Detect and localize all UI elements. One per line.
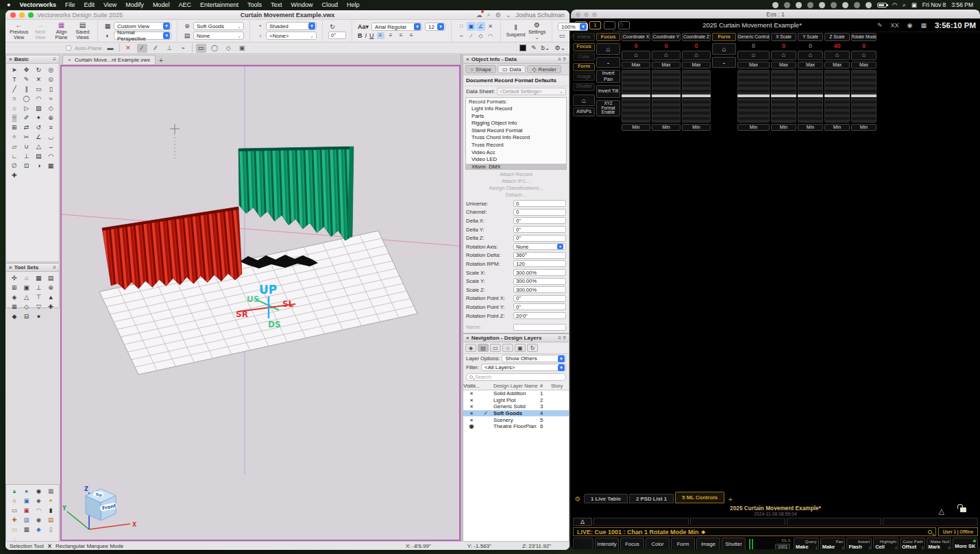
dual-mode-icon[interactable]: ∕∕ xyxy=(151,44,161,53)
visibility-icon[interactable]: × xyxy=(463,403,480,410)
visibility-icon[interactable]: × xyxy=(463,410,480,416)
tool-icon[interactable]: ≡ xyxy=(45,123,57,131)
virtual-encoder-slider[interactable] xyxy=(652,70,681,123)
max-button[interactable]: Max xyxy=(622,62,650,68)
tool-icon[interactable]: ◑ xyxy=(33,161,45,170)
interactive-mode-icon[interactable]: ∕ xyxy=(137,44,147,53)
view-cube[interactable]: Front Top X Y Z xyxy=(62,486,137,529)
tool-icon[interactable]: ∠ xyxy=(33,132,45,141)
home-all-button[interactable]: ⌂ xyxy=(573,95,595,106)
warning-triangle-icon[interactable]: △ xyxy=(939,507,944,516)
status-icon[interactable] xyxy=(819,2,825,8)
classes-icon[interactable]: ◈ xyxy=(465,344,476,352)
tool-icon[interactable]: ▭ xyxy=(8,505,21,514)
design-layer-row[interactable]: × Scenery 5 xyxy=(463,416,569,423)
menu-item-model[interactable]: Model xyxy=(153,1,170,8)
tool-icon[interactable]: ◇ xyxy=(45,103,57,112)
min-button[interactable]: Min xyxy=(652,124,681,131)
object-info-tab[interactable]: ○ Shape xyxy=(465,65,496,73)
status-icon[interactable] xyxy=(842,2,848,8)
menu-icon[interactable]: ≡ xyxy=(53,264,56,270)
form-minus-button[interactable]: - xyxy=(712,57,736,68)
tool-icon[interactable]: ▭ xyxy=(8,525,21,533)
workspace-tab[interactable]: 2 PSD List 1 xyxy=(629,494,674,503)
tool-icon[interactable]: ◌ xyxy=(8,534,21,541)
toolset-icon[interactable]: ⊠ xyxy=(8,302,21,311)
wifi-icon[interactable]: ◠ xyxy=(892,1,897,8)
tool-icon[interactable]: ↺ xyxy=(33,123,45,131)
toolset-icon[interactable]: ⊞ xyxy=(8,283,21,292)
command-line[interactable]: LIVE: Cue 1001 : Chan 1 Rotate Mode Min … xyxy=(573,527,936,536)
fader-segment[interactable] xyxy=(690,518,785,526)
record-format-item[interactable]: Xform_DMX xyxy=(466,164,566,170)
workspace-tab[interactable]: 5 ML Controls xyxy=(675,492,724,503)
max-button[interactable]: Max xyxy=(824,62,850,68)
saved-views-button[interactable]: ▤Saved Views xyxy=(73,22,92,40)
softkey-button[interactable]: Fan Make Abs 2 xyxy=(820,538,846,549)
parameter-home-button[interactable]: ⌂ xyxy=(798,51,823,60)
slider-thumb[interactable] xyxy=(851,95,877,97)
tool-icon[interactable]: ▒ xyxy=(8,113,21,122)
tool-icon[interactable]: ↻ xyxy=(33,65,45,74)
visibility-icon[interactable]: × xyxy=(463,417,480,423)
eos-titlebar[interactable]: Eos : 1 xyxy=(571,10,980,18)
tool-icon[interactable]: T xyxy=(8,75,21,84)
attributes-gear-icon[interactable]: ⚙⌄ xyxy=(554,45,565,51)
tool-icon[interactable]: ✚ xyxy=(8,515,21,524)
toolset-icon[interactable]: ◆ xyxy=(8,312,21,320)
render-bg-select[interactable]: <None>⌄ xyxy=(266,32,317,40)
tool-icon[interactable]: ✚ xyxy=(8,171,21,179)
snap-edge-icon[interactable]: ⌐ xyxy=(457,32,466,40)
tool-icon[interactable]: ▣ xyxy=(21,505,33,514)
next-view-button[interactable]: →Next View xyxy=(31,22,49,40)
zoom-button[interactable] xyxy=(592,12,597,17)
menu-bar-time[interactable]: 3:56 PM xyxy=(951,1,973,8)
menu-item-aec[interactable]: AEC xyxy=(178,1,191,8)
toolset-icon[interactable]: ⊟ xyxy=(21,312,33,320)
fader-segment[interactable] xyxy=(883,518,978,526)
tool-icon[interactable]: ✎ xyxy=(21,75,33,84)
zoom-select[interactable]: 100%▼ xyxy=(558,23,588,31)
quick-pref-settings-button[interactable]: ⚙Settings⌄ xyxy=(612,22,630,40)
virtual-encoder-slider[interactable] xyxy=(824,70,850,123)
minimize-button[interactable] xyxy=(584,12,589,17)
snap-settings-button[interactable]: ⚙Settings⌄ xyxy=(528,22,546,40)
snapshot-icon[interactable]: ◉ xyxy=(907,22,913,29)
slider-thumb[interactable] xyxy=(771,95,796,97)
apple-menu-icon[interactable]: ● xyxy=(7,1,10,8)
auto-plane-checkbox[interactable] xyxy=(66,45,71,51)
tool-icon[interactable]: ╱ xyxy=(8,84,21,93)
menu-item-entertainment[interactable]: Entertainment xyxy=(200,1,238,8)
tool-icon[interactable]: ● xyxy=(21,486,33,495)
tool-icon[interactable]: ⊞ xyxy=(8,123,21,131)
snap-angle-icon[interactable]: ∠ xyxy=(476,22,485,31)
document-tab[interactable]: × Curtain Move...nt Example.vwx xyxy=(62,55,156,64)
layer-table-header[interactable]: Visibi... Design Layer Name # Story xyxy=(463,382,569,390)
softkey-button[interactable]: More SK xyxy=(953,538,978,549)
tool-icon[interactable]: ≈ xyxy=(45,94,57,103)
snap-grid-icon[interactable]: ∷ xyxy=(457,22,466,31)
green-curtain[interactable] xyxy=(238,147,354,240)
design-layers-icon[interactable]: ▤ xyxy=(478,344,489,352)
bluetooth-icon[interactable] xyxy=(866,2,872,8)
slider-thumb[interactable] xyxy=(652,95,681,97)
slider-thumb[interactable] xyxy=(622,95,650,97)
previous-view-button[interactable]: ←Previous View xyxy=(10,22,28,40)
parameter-button[interactable]: Z Scale xyxy=(824,33,850,41)
record-format-item[interactable]: Video LED xyxy=(466,156,566,164)
interactive-scaling-icon[interactable]: ▣ xyxy=(237,44,247,53)
layer-search-input[interactable]: Search xyxy=(466,373,566,381)
user-status-badge[interactable]: User 1 | Offline xyxy=(938,527,978,536)
softkey-button[interactable]: Make Null Mark 6 xyxy=(927,538,952,549)
tool-icon[interactable]: ▤ xyxy=(45,515,57,524)
design-layer-row[interactable]: × ✓ Soft Goods 4 xyxy=(463,410,569,417)
min-button[interactable]: Min xyxy=(682,124,711,131)
visibility-icon[interactable]: × xyxy=(463,390,480,396)
slider-thumb[interactable] xyxy=(798,95,823,97)
layer-icon[interactable]: ▤ xyxy=(183,32,191,39)
layer-scale-button[interactable]: ⌒1/4"=1' xyxy=(591,25,609,37)
toolset-icon[interactable]: ✚ xyxy=(45,302,57,311)
tool-icon[interactable]: ∟ xyxy=(8,151,21,160)
fader-segment[interactable] xyxy=(593,518,689,526)
fader-segment[interactable] xyxy=(787,518,882,526)
